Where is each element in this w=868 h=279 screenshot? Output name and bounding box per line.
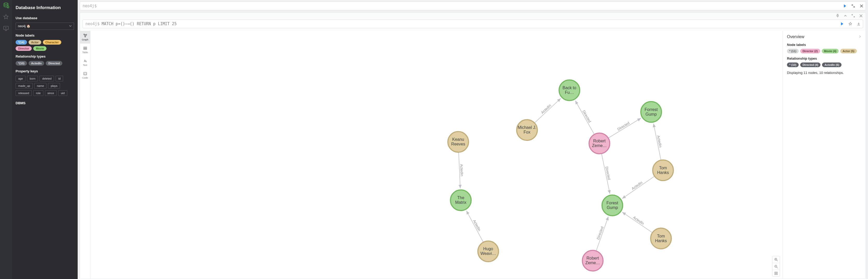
svg-text:Hanks: Hanks <box>657 170 669 175</box>
pill-character[interactable]: Character <box>43 40 61 45</box>
legend-actor[interactable]: Actor (5) <box>840 49 857 54</box>
legend-all-rels[interactable]: * (10) <box>787 63 799 67</box>
graph-edge[interactable]: ActedIn <box>459 152 464 188</box>
view-table[interactable]: Table <box>80 43 90 56</box>
pill-movie[interactable]: Movie <box>33 46 46 51</box>
run-button[interactable] <box>842 3 847 8</box>
svg-text:Forest: Forest <box>607 201 618 205</box>
node-labels-title: Node labels <box>16 33 74 37</box>
graph-edge[interactable]: ActedIn <box>466 211 483 242</box>
key-id[interactable]: id <box>56 76 63 81</box>
svg-text:The: The <box>457 196 464 200</box>
svg-line-22 <box>466 211 483 242</box>
view-code[interactable]: Code <box>80 69 90 82</box>
key-age[interactable]: age <box>16 76 26 81</box>
view-table-label: Table <box>82 51 88 54</box>
key-name[interactable]: name <box>34 83 47 89</box>
pill-actedin[interactable]: ActedIn <box>29 61 44 66</box>
svg-rect-6 <box>84 47 87 49</box>
svg-text:Forrest: Forrest <box>645 107 658 112</box>
graph-area[interactable]: ActedInDirectedDirectedActedInDirectedAc… <box>90 31 782 279</box>
zoom-controls <box>772 256 780 277</box>
fullscreen-icon[interactable] <box>851 14 855 18</box>
graph-node[interactable]: Back toFu… <box>559 80 580 101</box>
graph-edge[interactable]: Directed <box>575 101 594 135</box>
graph-node[interactable]: TomHanks <box>653 160 674 181</box>
pill-all-nodes[interactable]: *(14) <box>16 40 27 45</box>
legend-directed[interactable]: Directed (4) <box>800 63 821 67</box>
graph-node[interactable]: Michael J.Fox <box>517 120 537 141</box>
graph-edge[interactable]: Directed <box>601 153 611 194</box>
graph-node[interactable]: ForrestGump <box>641 102 661 123</box>
pill-actor[interactable]: Actor <box>29 40 41 45</box>
top-query-row: neo4j$ <box>80 2 866 10</box>
view-graph[interactable]: Graph <box>80 31 90 43</box>
graph-node[interactable]: RobertZeme… <box>582 250 603 271</box>
graph-node[interactable]: TheMatrix <box>451 190 471 211</box>
db-emoji: 🏠 <box>27 24 30 28</box>
graph-node[interactable]: KeanuReeves <box>448 132 469 152</box>
prop-keys-title: Property keys <box>16 69 74 73</box>
prompt-text: neo4j$ <box>83 4 97 8</box>
graph-node[interactable]: HugoWeavi… <box>478 241 499 262</box>
legend-director[interactable]: Director (2) <box>800 49 820 54</box>
legend-movie[interactable]: Movie (4) <box>822 49 839 54</box>
card-query-text[interactable]: MATCH p=()—→() RETURN p LIMIT 25 <box>101 22 839 26</box>
pill-directed[interactable]: Directed <box>46 61 62 66</box>
card-download-icon[interactable] <box>856 21 861 27</box>
legend-actedin[interactable]: ActedIn (6) <box>822 63 841 67</box>
pill-director[interactable]: Director <box>16 46 32 51</box>
graph-edge[interactable]: ActedIn <box>622 176 654 199</box>
svg-text:Keanu: Keanu <box>452 137 464 142</box>
graph-node[interactable]: ForestGump <box>602 195 623 216</box>
key-uid[interactable]: uid <box>58 90 67 96</box>
svg-text:Directed: Directed <box>604 166 611 180</box>
overview-collapse-icon[interactable] <box>858 34 862 39</box>
overview-summary: Displaying 11 nodes, 10 relationships. <box>787 71 862 75</box>
fit-icon[interactable] <box>772 270 780 276</box>
svg-point-0 <box>4 3 8 4</box>
svg-text:Zeme…: Zeme… <box>585 260 600 265</box>
svg-text:Robert: Robert <box>586 256 599 260</box>
graph-edge[interactable]: ActedIn <box>622 212 652 233</box>
graph-node[interactable]: RobertZeme… <box>589 133 610 154</box>
overview-title: Overview <box>787 34 804 39</box>
card-close-icon[interactable] <box>859 14 863 18</box>
svg-text:Robert: Robert <box>593 139 606 143</box>
play-monitor-icon[interactable] <box>3 25 9 32</box>
key-born[interactable]: born <box>27 76 38 81</box>
left-rail <box>0 0 12 279</box>
card-query-actions <box>839 21 861 27</box>
key-role[interactable]: role <box>33 90 43 96</box>
db-select[interactable]: neo4j 🏠 <box>16 23 74 30</box>
svg-text:Fu…: Fu… <box>565 90 574 95</box>
zoom-out-icon[interactable] <box>772 263 780 270</box>
legend-all-nodes[interactable]: * (11) <box>787 49 799 54</box>
graph-node[interactable]: TomHanks <box>651 228 672 249</box>
key-since[interactable]: since <box>45 90 57 96</box>
key-deleted[interactable]: deleted <box>39 76 54 81</box>
expand-icon[interactable] <box>850 3 856 8</box>
svg-rect-7 <box>84 72 87 75</box>
zoom-in-icon[interactable] <box>772 256 780 263</box>
graph-edge[interactable]: Directed <box>608 118 641 138</box>
key-made_up[interactable]: made_up <box>16 83 33 89</box>
database-icon[interactable] <box>3 2 9 9</box>
close-icon[interactable] <box>859 3 864 8</box>
star-icon[interactable] <box>3 13 9 20</box>
collapse-up-icon[interactable] <box>843 14 847 18</box>
svg-text:Zeme…: Zeme… <box>592 143 607 148</box>
graph-edge[interactable]: ActedIn <box>534 98 561 123</box>
key-released[interactable]: released <box>16 90 32 96</box>
pin-icon[interactable] <box>836 14 840 18</box>
graph-edge[interactable]: ActedIn <box>653 124 663 160</box>
pill-all-rels[interactable]: *(10) <box>16 61 27 66</box>
svg-text:Hanks: Hanks <box>655 239 667 243</box>
card-prompt: neo4j$ <box>86 22 99 26</box>
key-plays[interactable]: plays <box>48 83 60 89</box>
view-text[interactable]: Text <box>80 56 90 69</box>
card-star-icon[interactable] <box>848 21 853 27</box>
svg-line-8 <box>534 98 561 123</box>
card-run-button[interactable] <box>839 21 845 27</box>
graph-edge[interactable]: Directed <box>596 216 608 251</box>
